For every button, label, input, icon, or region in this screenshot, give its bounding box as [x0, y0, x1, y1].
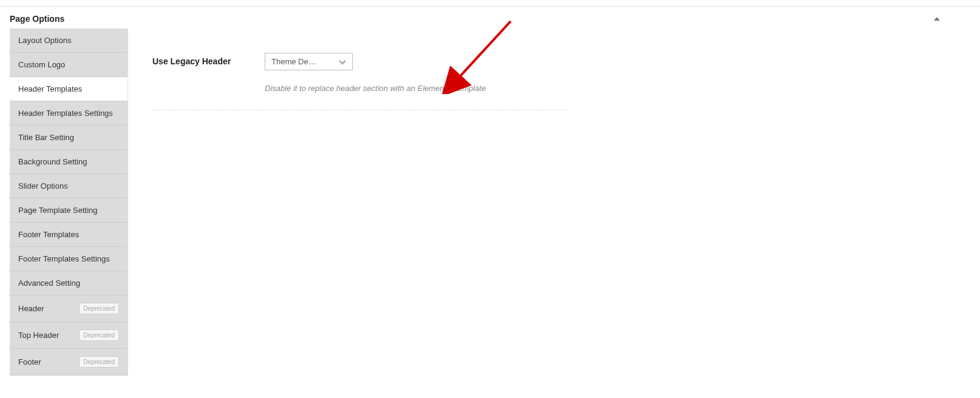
collapse-up-icon[interactable] [934, 17, 940, 21]
sidebar-item-background-setting[interactable]: Background Setting [10, 150, 128, 174]
field-help-text: Disable it to replace header section wit… [265, 84, 565, 93]
sidebar-item-label: Page Template Setting [18, 206, 98, 215]
sidebar: Layout OptionsCustom LogoHeader Template… [10, 29, 128, 376]
sidebar-item-label: Header Templates Settings [18, 109, 113, 118]
sidebar-item-label: Background Setting [18, 157, 87, 166]
sidebar-item-label: Footer Templates Settings [18, 254, 110, 263]
field-use-legacy-header: Use Legacy Header Theme De… Disable it t… [152, 53, 565, 110]
page-title: Page Options [10, 14, 64, 24]
sidebar-item-label: Slider Options [18, 181, 68, 191]
deprecated-badge: Deprecated [79, 329, 119, 341]
deprecated-badge: Deprecated [79, 303, 119, 314]
sidebar-item-custom-logo[interactable]: Custom Logo [10, 53, 128, 77]
sidebar-item-header[interactable]: HeaderDeprecated [10, 295, 128, 322]
chevron-down-icon [339, 59, 346, 64]
legacy-header-select[interactable]: Theme De… [265, 53, 353, 70]
sidebar-item-footer[interactable]: FooterDeprecated [10, 349, 128, 376]
sidebar-item-footer-templates[interactable]: Footer Templates [10, 223, 128, 247]
sidebar-item-advanced-setting[interactable]: Advanced Setting [10, 271, 128, 295]
sidebar-item-label: Header [18, 304, 44, 313]
select-value: Theme De… [271, 57, 316, 66]
sidebar-item-label: Title Bar Setting [18, 133, 74, 142]
sidebar-item-page-template-setting[interactable]: Page Template Setting [10, 198, 128, 223]
sidebar-item-top-header[interactable]: Top HeaderDeprecated [10, 322, 128, 349]
sidebar-item-layout-options[interactable]: Layout Options [10, 29, 128, 53]
sidebar-item-label: Advanced Setting [18, 278, 80, 288]
sidebar-item-title-bar-setting[interactable]: Title Bar Setting [10, 126, 128, 150]
sidebar-item-label: Custom Logo [18, 60, 65, 69]
sidebar-item-label: Top Header [18, 331, 59, 340]
sidebar-item-slider-options[interactable]: Slider Options [10, 174, 128, 198]
content-area: Use Legacy Header Theme De… Disable it t… [128, 29, 590, 110]
field-label: Use Legacy Header [152, 53, 265, 66]
sidebar-item-label: Footer Templates [18, 230, 79, 239]
sidebar-item-label: Footer [18, 357, 41, 366]
sidebar-item-header-templates[interactable]: Header Templates [10, 77, 128, 101]
sidebar-item-header-templates-settings[interactable]: Header Templates Settings [10, 101, 128, 126]
sidebar-item-footer-templates-settings[interactable]: Footer Templates Settings [10, 247, 128, 271]
divider [152, 110, 565, 110]
deprecated-badge: Deprecated [79, 356, 119, 368]
sidebar-item-label: Layout Options [18, 36, 71, 45]
sidebar-item-label: Header Templates [18, 84, 82, 93]
